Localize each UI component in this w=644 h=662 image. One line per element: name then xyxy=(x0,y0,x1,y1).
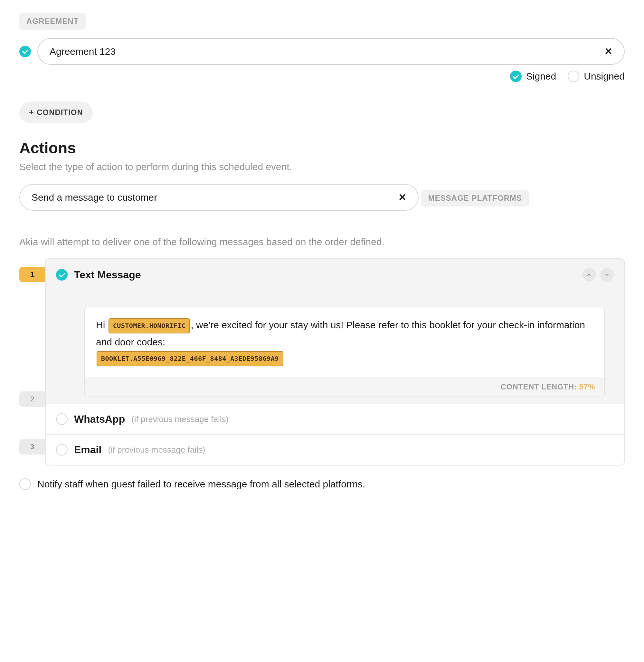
platform-whatsapp-row: WhatsApp (if previous message fails) xyxy=(46,404,624,434)
move-up-button[interactable] xyxy=(582,268,596,282)
signed-label: Signed xyxy=(526,71,556,82)
move-down-button[interactable] xyxy=(600,268,614,282)
token-booklet[interactable]: BOOKLET.A55E0969_822E_466F_8484_A3EDE958… xyxy=(97,351,283,366)
platform-note: (if previous message fails) xyxy=(108,445,205,455)
add-condition-button[interactable]: + CONDITION xyxy=(19,102,93,123)
order-badge-3[interactable]: 3 xyxy=(19,439,45,455)
plus-icon: + xyxy=(29,107,34,117)
clear-agreement-icon[interactable]: ✕ xyxy=(604,46,613,57)
action-value: Send a message to customer xyxy=(31,192,157,203)
platform-note: (if previous message fails) xyxy=(131,414,229,424)
platform-check-icon xyxy=(56,413,68,425)
platforms-card: Text Message Hi CUSTOMER.HONORIFIC, we'r… xyxy=(45,258,625,465)
content-length-footer: CONTENT LENGTH: 57% xyxy=(85,377,604,397)
order-badge-2[interactable]: 2 xyxy=(19,391,45,407)
clear-action-icon[interactable]: ✕ xyxy=(398,192,406,203)
agreement-check-icon[interactable] xyxy=(19,46,31,57)
chevron-down-icon xyxy=(604,272,610,278)
condition-button-label: CONDITION xyxy=(37,108,83,117)
actions-subtext: Select the type of action to perform dur… xyxy=(19,161,625,172)
platform-title: Text Message xyxy=(74,269,141,281)
signed-check-icon xyxy=(510,70,522,82)
message-editor-wrap: Hi CUSTOMER.HONORIFIC, we're excited for… xyxy=(46,291,624,404)
platform-text-message[interactable]: Text Message xyxy=(46,259,624,291)
agreement-status-row: Signed Unsigned xyxy=(19,70,625,82)
platform-title: Email xyxy=(74,444,101,456)
msg-text-1: Hi xyxy=(96,319,108,330)
platforms-description: Akia will attempt to deliver one of the … xyxy=(19,237,625,247)
agreement-select[interactable]: Agreement 123 ✕ xyxy=(37,38,625,65)
unsigned-label: Unsigned xyxy=(584,71,625,82)
platform-title: WhatsApp xyxy=(74,413,125,425)
platform-check-icon xyxy=(56,444,68,456)
content-length-label: CONTENT LENGTH: xyxy=(500,382,579,391)
signed-option[interactable]: Signed xyxy=(510,70,556,82)
notify-staff-row[interactable]: Notify staff when guest failed to receiv… xyxy=(19,478,625,490)
platforms-container: 1 Text Message Hi CUSTOMER.HONORI xyxy=(19,258,625,465)
agreement-row: Agreement 123 ✕ xyxy=(19,38,625,65)
order-badge-1[interactable]: 1 xyxy=(19,267,45,282)
agreement-section-label: AGREEMENT xyxy=(19,13,86,30)
action-select[interactable]: Send a message to customer ✕ xyxy=(19,184,419,211)
platform-email[interactable]: Email (if previous message fails) xyxy=(46,435,624,465)
actions-heading: Actions xyxy=(19,139,625,157)
unsigned-check-icon xyxy=(568,70,579,82)
token-customer-honorific[interactable]: CUSTOMER.HONORIFIC xyxy=(109,318,190,333)
platform-email-row: Email (if previous message fails) xyxy=(46,434,624,465)
notify-check-icon xyxy=(19,478,31,490)
platform-check-icon xyxy=(56,269,68,281)
message-body[interactable]: Hi CUSTOMER.HONORIFIC, we're excited for… xyxy=(85,307,604,377)
notify-label: Notify staff when guest failed to receiv… xyxy=(37,479,365,490)
platform-whatsapp[interactable]: WhatsApp (if previous message fails) xyxy=(46,404,624,434)
message-editor[interactable]: Hi CUSTOMER.HONORIFIC, we're excited for… xyxy=(84,307,605,397)
agreement-value: Agreement 123 xyxy=(50,46,116,57)
chevron-up-icon xyxy=(586,272,592,278)
unsigned-option[interactable]: Unsigned xyxy=(568,70,625,82)
content-length-value: 57% xyxy=(579,382,595,391)
platforms-section-label: MESSAGE PLATFORMS xyxy=(421,190,529,206)
